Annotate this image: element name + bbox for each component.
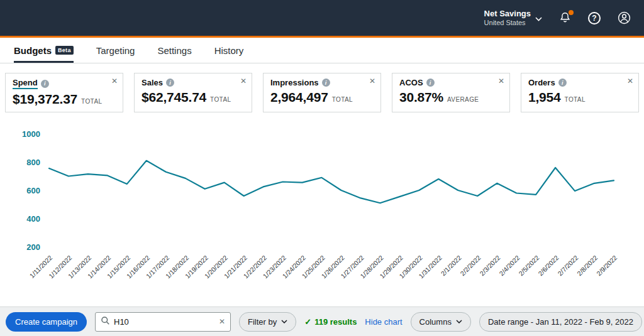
metric-unit: TOTAL [210,96,231,103]
section-tabs: Budgets Beta Targeting Settings History [0,38,644,63]
top-header-bar: Net Savings United States [0,0,644,38]
columns-label: Columns [419,317,452,327]
info-icon[interactable] [322,79,330,87]
svg-text:600: 600 [26,186,40,195]
metric-title: Sales [142,78,163,87]
filter-by-button[interactable]: Filter by [239,312,296,332]
close-icon[interactable] [498,77,504,85]
metric-value: 2,964,497 [270,90,328,105]
chevron-down-icon [535,13,542,24]
metric-unit: TOTAL [332,96,353,103]
tab-settings[interactable]: Settings [157,38,191,63]
chevron-down-icon [456,320,462,323]
chevron-down-icon [281,320,287,323]
svg-text:400: 400 [26,214,40,224]
filter-by-label: Filter by [248,317,277,327]
search-icon [101,316,110,328]
tab-budgets[interactable]: Budgets Beta [14,38,74,63]
metric-value: 30.87% [399,90,443,105]
metric-cards-row: Spend $19,372.37 TOTAL Sales $62,745.74 … [0,63,644,120]
metric-card-orders[interactable]: Orders 1,954 TOTAL [521,73,639,112]
metric-unit: AVERAGE [447,96,479,103]
account-switcher[interactable]: Net Savings United States [484,9,542,28]
campaign-toolbar: Create campaign Filter by 119 results Hi… [0,306,644,336]
svg-text:2/4/2022: 2/4/2022 [497,254,521,277]
svg-text:2/2/2022: 2/2/2022 [458,254,482,277]
results-count-label: 119 results [314,317,357,327]
svg-text:2/1/2022: 2/1/2022 [439,254,462,277]
svg-text:2/9/2022: 2/9/2022 [595,254,618,277]
info-icon[interactable] [41,80,49,88]
tab-history[interactable]: History [214,38,244,63]
tab-targeting-label: Targeting [96,45,135,56]
metric-title: ACOS [399,78,423,87]
create-campaign-button[interactable]: Create campaign [6,312,87,332]
line-chart-svg: 10008006004002001/11/20221/12/20221/13/2… [13,124,631,288]
svg-text:2/3/2022: 2/3/2022 [478,254,501,277]
svg-text:2/8/2022: 2/8/2022 [575,254,599,277]
close-icon[interactable] [369,77,375,85]
metric-value: $19,372.37 [13,92,77,107]
info-icon[interactable] [166,79,174,87]
metric-card-impressions[interactable]: Impressions 2,964,497 TOTAL [263,73,381,112]
metric-card-sales[interactable]: Sales $62,745.74 TOTAL [134,73,252,112]
svg-text:800: 800 [26,158,40,167]
svg-text:2/5/2022: 2/5/2022 [517,254,540,277]
metric-value: 1,954 [528,90,561,105]
beta-badge: Beta [55,46,74,55]
svg-text:2/6/2022: 2/6/2022 [536,254,560,277]
svg-text:1000: 1000 [22,129,40,139]
svg-text:2/7/2022: 2/7/2022 [556,254,579,277]
clear-search-icon[interactable] [219,317,225,326]
metric-title: Impressions [270,78,319,87]
tab-targeting[interactable]: Targeting [96,38,135,63]
campaign-search-box[interactable] [95,312,231,332]
user-account-icon[interactable] [617,11,631,25]
metric-unit: TOTAL [565,96,586,103]
metric-value: $62,745.74 [142,90,206,105]
metric-card-spend[interactable]: Spend $19,372.37 TOTAL [5,73,123,112]
metric-title: Orders [528,78,555,87]
tab-budgets-label: Budgets [14,45,52,56]
close-icon[interactable] [111,77,118,85]
columns-button[interactable]: Columns [411,312,471,332]
search-input[interactable] [114,317,215,327]
close-icon[interactable] [240,77,247,85]
notification-dot [569,10,574,15]
info-icon[interactable] [426,79,435,87]
metric-unit: TOTAL [81,98,102,105]
close-icon[interactable] [627,77,633,85]
help-icon[interactable] [588,12,601,24]
tab-settings-label: Settings [157,45,191,56]
check-icon [304,317,311,327]
hide-chart-link[interactable]: Hide chart [365,317,402,327]
tab-history-label: History [214,45,244,56]
svg-text:200: 200 [26,242,40,252]
results-count: 119 results [304,317,357,327]
account-name: Net Savings [484,9,531,19]
performance-line-chart: 10008006004002001/11/20221/12/20221/13/2… [0,120,644,306]
info-icon[interactable] [558,79,567,87]
date-range-button[interactable]: Date range - Jan 11, 2022 - Feb 9, 2022 [479,312,642,332]
account-region: United States [484,19,531,28]
metric-card-acos[interactable]: ACOS 30.87% AVERAGE [392,73,510,112]
metric-title: Spend [13,78,38,89]
notifications-bell-icon[interactable] [558,11,572,24]
